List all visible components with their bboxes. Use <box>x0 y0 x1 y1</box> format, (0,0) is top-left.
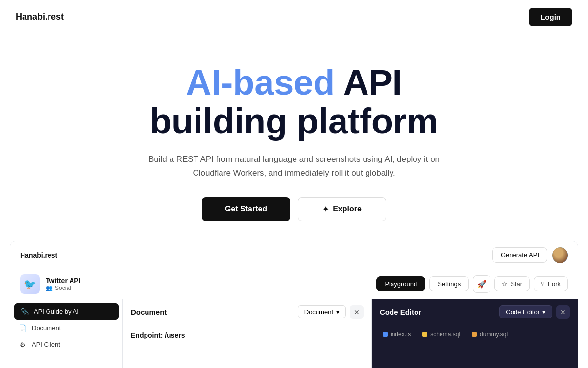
schema-sql-dot <box>422 332 427 337</box>
get-started-button[interactable]: Get Started <box>202 197 290 221</box>
sidebar-item-api-client[interactable]: ⚙ API Client <box>10 337 122 353</box>
api-info-text: Twitter API 👥 Social <box>46 277 81 291</box>
navbar: Hanabi.rest Login <box>0 0 588 34</box>
hero-section: AI-based API building platform Build a R… <box>0 34 588 241</box>
api-client-icon: ⚙ <box>18 341 27 349</box>
demo-rows: 📎 API Guide by AI 📄 Document ⚙ API Clien… <box>10 299 578 368</box>
code-panel-header: Code Editor Code Editor ▾ ✕ <box>372 299 578 325</box>
demo-brand: Hanabi.rest <box>20 251 57 259</box>
dummy-sql-dot <box>472 332 477 337</box>
explore-icon: ✦ <box>322 205 329 214</box>
code-editor-chevron-icon: ▾ <box>542 308 546 315</box>
star-button[interactable]: ☆ Star <box>494 276 530 291</box>
sidebar-item-api-guide[interactable]: 📎 API Guide by AI <box>14 303 119 320</box>
dummy-sql-label: dummy.sql <box>480 331 508 338</box>
code-panel-close-button[interactable]: ✕ <box>556 305 570 319</box>
explore-label: Explore <box>333 205 362 213</box>
fork-button[interactable]: ⑂ Fork <box>534 276 568 291</box>
generate-api-button[interactable]: Generate API <box>492 247 547 263</box>
endpoint-label: Endpoint: /users <box>131 331 185 339</box>
code-tabs: index.ts schema.sql dummy.sql <box>372 325 578 343</box>
api-category: 👥 Social <box>46 285 81 291</box>
fork-icon: ⑂ <box>541 280 545 288</box>
sidebar-item-label-api-guide: API Guide by AI <box>34 308 79 315</box>
hero-title-line2: building platform <box>150 102 438 141</box>
sidebar: 📎 API Guide by AI 📄 Document ⚙ API Clien… <box>10 299 123 368</box>
code-editor-select[interactable]: Code Editor ▾ <box>499 305 552 318</box>
demo-window: Hanabi.rest Generate API 🐦 Twitter API 👥… <box>10 241 578 368</box>
hero-buttons: Get Started ✦ Explore <box>10 197 578 221</box>
code-tab-index-ts[interactable]: index.ts <box>378 328 416 340</box>
star-icon: ☆ <box>502 280 508 288</box>
document-type-select[interactable]: Document ▾ <box>298 305 346 318</box>
endpoint-row: Endpoint: /users <box>123 325 371 345</box>
document-panel: Document Document ▾ ✕ Endpoint: /users <box>123 299 372 368</box>
document-panel-title: Document <box>131 308 167 316</box>
doc-type-label: Document <box>304 308 333 315</box>
sidebar-item-label-document: Document <box>32 324 61 332</box>
settings-tab[interactable]: Settings <box>429 276 469 291</box>
explore-button[interactable]: ✦ Explore <box>298 197 386 221</box>
navbar-logo: Hanabi.rest <box>16 12 64 22</box>
index-ts-dot <box>383 332 388 337</box>
schema-sql-label: schema.sql <box>430 331 460 338</box>
api-info-row: 🐦 Twitter API 👥 Social Playground Settin… <box>10 269 578 299</box>
api-info-right: Playground Settings 🚀 ☆ Star ⑂ Fork <box>376 275 568 293</box>
code-editor-type-label: Code Editor <box>506 308 539 315</box>
demo-titlebar-right: Generate API <box>492 247 568 263</box>
star-label: Star <box>511 280 522 288</box>
avatar <box>552 247 568 263</box>
document-close-button[interactable]: ✕ <box>350 305 364 319</box>
api-icon: 🐦 <box>20 274 40 294</box>
code-tab-schema-sql[interactable]: schema.sql <box>417 328 465 340</box>
api-info-left: 🐦 Twitter API 👥 Social <box>20 274 81 294</box>
api-guide-icon: 📎 <box>20 308 29 315</box>
document-icon: 📄 <box>18 324 27 332</box>
hero-title-highlight: AI-based <box>186 63 335 102</box>
demo-titlebar: Hanabi.rest Generate API <box>10 241 578 269</box>
hero-title: AI-based API building platform <box>10 63 578 141</box>
api-category-label: Social <box>55 285 71 291</box>
api-name: Twitter API <box>46 277 81 285</box>
sidebar-item-document[interactable]: 📄 Document <box>10 320 122 337</box>
document-panel-header: Document Document ▾ ✕ <box>123 299 371 325</box>
index-ts-label: index.ts <box>391 331 411 338</box>
fork-label: Fork <box>548 280 561 288</box>
code-tab-dummy-sql[interactable]: dummy.sql <box>467 328 513 340</box>
code-editor-panel: Code Editor Code Editor ▾ ✕ index.ts sch… <box>372 299 578 368</box>
hero-subtitle: Build a REST API from natural language a… <box>142 153 446 179</box>
code-panel-title: Code Editor <box>380 308 421 316</box>
avatar-image <box>552 247 568 263</box>
api-category-icon: 👥 <box>46 285 53 291</box>
document-panel-header-right: Document ▾ ✕ <box>298 305 364 319</box>
chevron-down-icon: ▾ <box>336 308 340 315</box>
rocket-icon-button[interactable]: 🚀 <box>473 275 490 293</box>
hero-title-rest: API <box>335 63 402 102</box>
playground-tab[interactable]: Playground <box>376 276 425 291</box>
sidebar-item-label-api-client: API Client <box>32 341 60 348</box>
login-button[interactable]: Login <box>529 8 572 26</box>
code-panel-header-right: Code Editor ▾ ✕ <box>499 305 570 319</box>
